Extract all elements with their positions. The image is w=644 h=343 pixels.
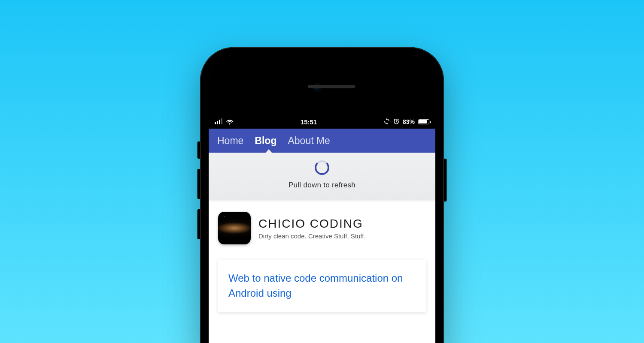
cellular-signal-icon xyxy=(215,119,222,124)
spinner-icon xyxy=(315,160,329,175)
nav-home[interactable]: Home xyxy=(217,135,243,147)
top-hardware xyxy=(209,55,435,115)
blog-logo xyxy=(218,212,251,244)
volume-up xyxy=(197,169,200,199)
power-button xyxy=(444,159,447,202)
battery-pct: 83% xyxy=(403,118,415,125)
nav-about-me[interactable]: About Me xyxy=(288,135,330,147)
status-time: 15:51 xyxy=(301,118,317,126)
blog-title: CHICIO CODING xyxy=(258,217,366,231)
wifi-icon xyxy=(226,119,234,125)
status-bar: 15:51 83% xyxy=(209,115,435,129)
blog-header: CHICIO CODING Dirty clean code. Creative… xyxy=(218,212,426,244)
pull-to-refresh-panel[interactable]: Pull down to refresh xyxy=(209,153,435,199)
nav-blog[interactable]: Blog xyxy=(255,135,276,147)
status-right: 83% xyxy=(384,118,429,126)
screen: 15:51 83% Home Blog About Me xyxy=(209,115,435,343)
volume-down xyxy=(197,209,200,239)
earpiece-speaker xyxy=(308,85,355,88)
blog-tagline: Dirty clean code. Creative Stuff. Stuff. xyxy=(258,232,366,240)
refresh-text: Pull down to refresh xyxy=(289,181,355,190)
status-left xyxy=(215,119,234,125)
post-card[interactable]: Web to native code communication on Andr… xyxy=(218,260,426,312)
side-buttons-right xyxy=(444,159,447,202)
blog-meta: CHICIO CODING Dirty clean code. Creative… xyxy=(258,217,366,240)
nav-bar: Home Blog About Me xyxy=(209,129,435,153)
alarm-icon xyxy=(393,118,399,126)
side-buttons-left xyxy=(197,141,200,250)
sync-icon xyxy=(384,118,390,126)
post-title[interactable]: Web to native code communication on Andr… xyxy=(228,271,416,301)
phone-frame: 15:51 83% Home Blog About Me xyxy=(200,47,444,343)
content-area[interactable]: CHICIO CODING Dirty clean code. Creative… xyxy=(209,199,435,312)
battery-icon xyxy=(418,119,429,124)
phone-inner: 15:51 83% Home Blog About Me xyxy=(209,55,435,343)
mute-switch xyxy=(197,141,200,159)
